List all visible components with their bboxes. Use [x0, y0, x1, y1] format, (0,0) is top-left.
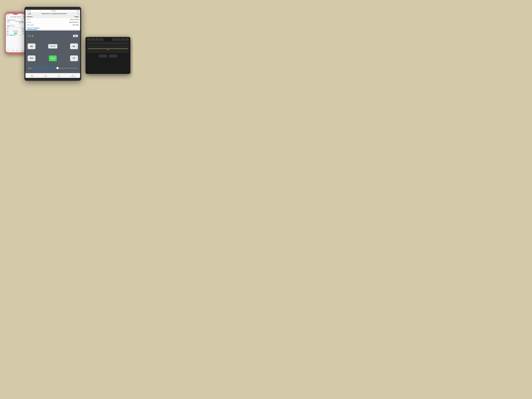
- phone-ff-button[interactable]: FF: [22, 33, 25, 34]
- phone-mark-button[interactable]: Mark: [21, 28, 25, 30]
- braille-dot: [88, 48, 89, 49]
- tablet-tab-settings[interactable]: ⚙️ Settings: [57, 75, 60, 77]
- tablet-bookmark-button[interactable]: Bookmark: [48, 44, 57, 49]
- phone-progress-bar[interactable]: [7, 26, 24, 27]
- braille-dot: [105, 48, 106, 49]
- braille-grid-btn-2[interactable]: [92, 42, 97, 44]
- braille-bottom-buttons: [86, 54, 130, 58]
- phone-author-label: Author: [7, 21, 10, 22]
- phone-tab-nowreading-icon: 🔖: [22, 50, 23, 51]
- tablet-menu-icon[interactable]: ☰: [77, 13, 79, 15]
- braille-top-btn-3[interactable]: [95, 38, 99, 41]
- braille-dot: [125, 48, 126, 49]
- braille-grid-btn-7[interactable]: [119, 42, 124, 44]
- phone-rw-button[interactable]: RW: [6, 33, 9, 34]
- phone-sleep-label: Sleep: [6, 28, 8, 29]
- phone-play-button[interactable]: Play: [14, 33, 17, 34]
- tablet-play-button[interactable]: Play: [49, 55, 57, 61]
- braille-dot: [97, 48, 97, 49]
- tablet-time-display: 01:02:18 / 05:54:40: [27, 27, 79, 29]
- tablet-tab-nowreading-icon: 🔖: [72, 75, 73, 76]
- phone-menu-icon[interactable]: ☰: [23, 16, 24, 18]
- tablet-next-button[interactable]: ⏭: [70, 43, 78, 49]
- tablet-narrator-label: Narrator: [27, 21, 31, 23]
- tablet-author-row: Author Hervey, Amanda: [25, 18, 80, 21]
- phone-tab-getbooks-label: Get Books: [11, 51, 14, 51]
- braille-top-btn-7[interactable]: [121, 38, 125, 41]
- braille-dot: [126, 48, 127, 49]
- braille-dot: [127, 48, 128, 49]
- phone-front-matter-button[interactable]: Front matter: [13, 30, 18, 32]
- braille-dot: [107, 48, 108, 49]
- tablet-info-section: Author Hervey, Amanda Narrator Sally Smo…: [25, 18, 80, 26]
- tablet-tab-nowreading[interactable]: 🔖 Now Reading: [70, 75, 76, 77]
- tablet-info-header: E Elsmere Chapter: [25, 16, 80, 18]
- phone-screen: 10:06 LTE 📖 It ended badly: thirteen... …: [6, 14, 25, 52]
- braille-top-btn-4[interactable]: [100, 38, 103, 41]
- tablet-booknumber-label: Book number: [27, 24, 34, 25]
- phone-prev-button[interactable]: ⏮: [6, 30, 9, 32]
- braille-dot: [104, 48, 105, 49]
- braille-dots-display: [87, 45, 129, 53]
- braille-grid-btn-6[interactable]: [113, 42, 118, 44]
- phone-playback-row: RW Play FF: [6, 32, 25, 34]
- tablet-author-label: Author: [27, 19, 30, 20]
- tablet-speed-fill: [33, 68, 57, 69]
- tablet-speed-slider[interactable]: [33, 68, 77, 69]
- braille-top-btn-8[interactable]: [125, 38, 129, 41]
- braille-top-btn-5[interactable]: [112, 38, 116, 41]
- braille-dot: [92, 48, 93, 49]
- braille-dot: [99, 48, 99, 49]
- tablet-tab-settings-label: Settings: [57, 76, 60, 77]
- phone-tab-getbooks[interactable]: ➕ Get Books: [11, 50, 14, 51]
- braille-top-btn-1[interactable]: [87, 38, 91, 41]
- braille-dot: [91, 48, 92, 49]
- tablet-progress-bar[interactable]: [27, 29, 79, 30]
- tablet-progress-fill: [27, 29, 36, 30]
- tablet-screen: 10:07 AM Tue Feb 6 100% 📖 🎧 Kentucky A t…: [25, 10, 80, 78]
- phone-sleep-button[interactable]: Sleep 🌙: [6, 28, 10, 29]
- braille-dot: [89, 48, 90, 49]
- phone-narrator-label: Narrator: [7, 22, 10, 23]
- tablet-speed-label: Speed: [28, 68, 32, 69]
- braille-dot: [102, 48, 102, 49]
- braille-grid-btn-8[interactable]: [124, 42, 129, 44]
- phone-tab-settings-icon: ⚙️: [17, 50, 18, 51]
- phone-tab-settings-label: Settings: [16, 51, 19, 51]
- braille-dot: [95, 48, 95, 49]
- tablet-sleep-button[interactable]: Sleep 🌙: [28, 35, 33, 37]
- phone-tab-settings[interactable]: ⚙️ Settings: [16, 50, 19, 51]
- tablet-mark-button[interactable]: Mark: [73, 35, 78, 37]
- tablet-location-text: E Elsmere: [27, 16, 33, 17]
- tablet-tab-getbooks[interactable]: ➕ Get Books: [44, 75, 48, 77]
- phone-tab-bookshelf-icon: 📚: [8, 50, 9, 51]
- tablet-prev-button[interactable]: ⏮: [28, 43, 36, 49]
- braille-dot: [111, 48, 112, 49]
- braille-dot: [93, 48, 94, 49]
- braille-dot: [122, 48, 123, 49]
- braille-top-buttons: [86, 37, 130, 42]
- phone-speed-thumb: [15, 34, 17, 36]
- braille-top-btn-2[interactable]: [91, 38, 95, 41]
- tablet-sleep-icon: 🌙: [31, 35, 33, 37]
- braille-grid-btn-3[interactable]: [98, 42, 102, 44]
- braille-top-right-buttons: [112, 38, 129, 41]
- braille-top-btn-6[interactable]: [117, 38, 120, 41]
- phone-speed-slider[interactable]: [9, 35, 25, 35]
- braille-dot: [90, 48, 91, 49]
- braille-grid-btn-5[interactable]: [108, 42, 113, 44]
- tablet-tab-bar: 📚 Bookshelf ➕ Get Books ⚙️ Settings 🔖 No…: [25, 73, 80, 78]
- tablet-ff-button[interactable]: FF: [70, 55, 78, 61]
- braille-grid-btn-1[interactable]: [87, 42, 92, 44]
- braille-bottom-btn-right[interactable]: [109, 55, 117, 57]
- phone-tab-nowreading[interactable]: 🔖 Now Reading: [20, 50, 24, 51]
- phone-next-button[interactable]: ⏭: [22, 30, 25, 32]
- tablet-tab-bookshelf[interactable]: 📚 Bookshelf: [30, 75, 34, 77]
- tablet-rw-button[interactable]: RW: [28, 55, 36, 61]
- phone-speed-row: Speed: [6, 34, 25, 36]
- braille-grid-btn-4[interactable]: [103, 42, 108, 44]
- braille-bottom-btn-left[interactable]: [99, 55, 107, 57]
- phone-position-row: Beginning of book: [7, 19, 24, 21]
- phone-tab-bookshelf[interactable]: 📚 Bookshelf: [7, 50, 10, 51]
- braille-dot: [121, 48, 121, 49]
